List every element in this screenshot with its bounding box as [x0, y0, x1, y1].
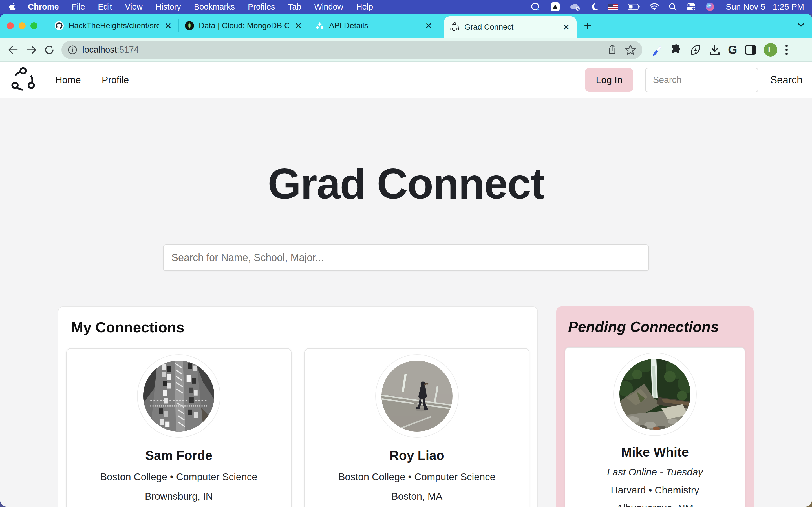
pending-card-mike-white[interactable]: Mike White Last Online - Tuesday Harvard… [565, 347, 745, 507]
pending-connections-title: Pending Connections [568, 318, 754, 335]
menu-item-window[interactable]: Window [308, 2, 350, 11]
download-icon[interactable] [709, 44, 720, 55]
avatar [613, 353, 697, 436]
connection-school-major: Boston College • Computer Science [67, 471, 291, 483]
tab-search-chevron-icon[interactable] [797, 22, 805, 29]
main-search-input[interactable] [163, 244, 649, 271]
side-panel-icon[interactable] [745, 45, 756, 55]
page-content: Home Profile Log In Search Grad Connect … [0, 62, 812, 507]
close-tab-icon[interactable]: ✕ [562, 22, 571, 32]
control-center-icon[interactable] [686, 3, 696, 10]
tab-mongodb[interactable]: Data | Cloud: MongoDB Cloud ✕ [179, 13, 309, 38]
spotlight-search-icon[interactable] [669, 3, 677, 11]
grad-connect-icon [450, 22, 460, 32]
macos-menu-bar: Chrome File Edit View History Bookmarks … [0, 0, 812, 13]
avatar [137, 354, 220, 438]
siri-icon[interactable] [705, 2, 714, 11]
street-pedestrian-photo [382, 360, 453, 432]
pending-connections-panel: Pending Connections Mike White Last Onli… [556, 306, 754, 507]
connection-location: Boston, MA [305, 491, 529, 502]
bookmark-star-icon[interactable] [625, 45, 636, 55]
new-tab-button[interactable]: + [576, 18, 599, 33]
reload-button[interactable] [41, 42, 57, 58]
chrome-window: HackTheHeights/client/src/Ap ✕ Data | Cl… [0, 13, 812, 507]
tab-grad-connect-active[interactable]: Grad Connect ✕ [444, 16, 576, 38]
minimize-window-button[interactable] [18, 22, 26, 29]
tab-title: API Details [329, 21, 419, 30]
menu-item-history[interactable]: History [149, 2, 188, 11]
address-bar[interactable]: localhost:5174 [61, 41, 642, 59]
connection-school-major: Boston College • Computer Science [305, 471, 529, 483]
cloud-sync-off-icon[interactable] [569, 2, 581, 11]
menu-item-edit[interactable]: Edit [91, 2, 118, 11]
menu-item-bookmarks[interactable]: Bookmarks [188, 2, 241, 11]
log-in-button[interactable]: Log In [585, 68, 633, 92]
site-info-icon[interactable] [68, 45, 77, 55]
connection-last-online: Last Online - Tuesday [565, 466, 745, 478]
api-sparkle-icon [315, 21, 324, 31]
menu-item-file[interactable]: File [65, 2, 92, 11]
close-tab-icon[interactable]: ✕ [424, 21, 434, 31]
energy-leaf-extension-icon[interactable] [690, 44, 702, 56]
url-text[interactable]: localhost:5174 [82, 45, 139, 55]
forward-button[interactable] [23, 42, 40, 58]
tab-title: Grad Connect [464, 22, 557, 32]
menu-item-profiles[interactable]: Profiles [241, 2, 282, 11]
connection-card-roy-liao[interactable]: Roy Liao Boston College • Computer Scien… [305, 348, 530, 507]
tab-title: HackTheHeights/client/src/Ap [68, 21, 159, 30]
menu-item-view[interactable]: View [118, 2, 149, 11]
connection-school-major: Harvard • Chemistry [565, 485, 745, 496]
input-source-flag-icon[interactable] [608, 4, 618, 10]
launcher-app-icon[interactable] [550, 2, 560, 11]
battery-icon[interactable] [627, 4, 640, 10]
kebab-menu-icon[interactable] [785, 44, 788, 56]
share-icon[interactable] [607, 44, 617, 55]
menu-clock-date[interactable]: Sun Nov 5 [726, 2, 765, 11]
chrome-toolbar: localhost:5174 G L [0, 38, 812, 62]
zoom-window-button[interactable] [31, 22, 38, 29]
close-window-button[interactable] [7, 22, 14, 29]
connection-location: Brownsburg, IN [67, 491, 291, 502]
eyedropper-extension-icon[interactable] [651, 44, 663, 56]
connection-name: Mike White [565, 445, 745, 460]
extensions-puzzle-icon[interactable] [670, 44, 682, 56]
my-connections-panel: My Connections Sam Forde Boston College … [58, 306, 538, 507]
apple-logo-icon[interactable] [8, 3, 17, 11]
connection-name: Sam Forde [67, 448, 291, 463]
nav-link-home[interactable]: Home [55, 74, 81, 86]
back-button[interactable] [5, 42, 21, 58]
my-connections-title: My Connections [71, 319, 538, 336]
tab-title: Data | Cloud: MongoDB Cloud [199, 21, 289, 30]
connection-name: Roy Liao [305, 448, 529, 463]
menu-item-tab[interactable]: Tab [282, 2, 308, 11]
close-tab-icon[interactable]: ✕ [294, 21, 303, 31]
close-tab-icon[interactable]: ✕ [163, 21, 173, 31]
menu-item-help[interactable]: Help [350, 2, 380, 11]
mongodb-icon [185, 21, 194, 31]
connection-card-sam-forde[interactable]: Sam Forde Boston College • Computer Scie… [66, 348, 292, 507]
aerial-highway-photo [143, 360, 214, 432]
avatar [375, 354, 459, 438]
tab-api-details[interactable]: API Details ✕ [309, 13, 439, 38]
tab-hacktheheights[interactable]: HackTheHeights/client/src/Ap ✕ [49, 13, 179, 38]
connection-location: Albuquerque, NM [565, 503, 745, 507]
header-search-input[interactable] [645, 68, 758, 92]
menu-item-chrome[interactable]: Chrome [21, 2, 65, 11]
profile-avatar[interactable]: L [764, 43, 777, 57]
google-extension-icon[interactable]: G [728, 43, 737, 57]
focus-moon-icon[interactable] [591, 3, 599, 11]
nav-link-profile[interactable]: Profile [102, 74, 129, 86]
grad-connect-logo-icon[interactable] [10, 66, 37, 94]
forest-waterfall-photo [619, 359, 691, 430]
page-title: Grad Connect [0, 159, 812, 209]
chrome-tab-strip: HackTheHeights/client/src/Ap ✕ Data | Cl… [0, 13, 812, 38]
github-icon [54, 21, 64, 31]
menu-clock-time: 1:25 PM [772, 2, 804, 11]
site-header: Home Profile Log In Search [0, 62, 812, 98]
header-search-button[interactable]: Search [770, 74, 802, 86]
wifi-icon[interactable] [650, 3, 659, 10]
screen-share-icon[interactable] [530, 2, 541, 11]
